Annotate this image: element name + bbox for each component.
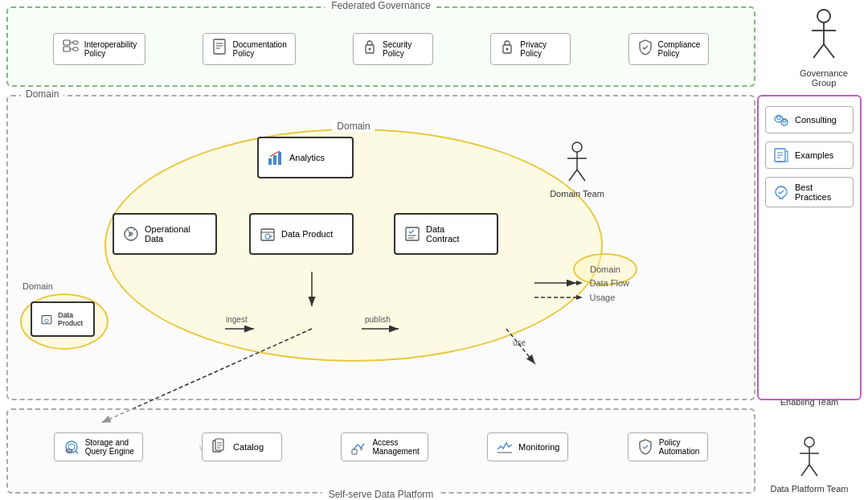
svg-marker-49 — [576, 281, 583, 285]
left-domain-label: Domain — [23, 281, 53, 291]
ellipse-domain-label: Domain — [332, 121, 375, 132]
usage-legend: Usage — [534, 293, 629, 302]
data-product-center-label: Data Product — [281, 229, 333, 239]
platform-title: Self-serve Data Platform — [322, 489, 440, 500]
svg-line-80 — [801, 465, 809, 476]
left-data-product-label: Data Product — [58, 311, 83, 327]
analytics-box: Analytics — [257, 137, 354, 178]
catalog-box: Catalog — [202, 432, 282, 461]
analytics-label: Analytics — [289, 153, 325, 162]
policy-items: Interoperability Policy Documentation Po… — [8, 8, 754, 85]
governance-title: Federated Governance — [325, 0, 436, 11]
data-contract-label: Data Contract — [426, 224, 460, 244]
best-practices-label: Best Practices — [795, 182, 831, 202]
svg-line-17 — [813, 44, 824, 58]
svg-rect-6 — [214, 39, 225, 54]
svg-text:use: use — [513, 338, 526, 347]
documentation-policy-box: Documentation Policy — [203, 33, 295, 65]
access-management-box: Access Management — [341, 432, 428, 461]
domain-section-title: Domain — [21, 88, 63, 100]
right-panel: Consulting Examples Best Practices — [757, 95, 862, 400]
privacy-policy-box: Privacy Policy — [490, 33, 571, 65]
policy-automation-box: Policy Automation — [628, 432, 709, 461]
svg-rect-21 — [278, 152, 281, 165]
policy-automation-label: Policy Automation — [659, 438, 700, 456]
platform-section: Self-serve Data Platform Storage and Que… — [6, 408, 755, 494]
svg-point-14 — [817, 10, 830, 23]
data-platform-team-label: Data Platform Team — [757, 484, 862, 494]
privacy-label: Privacy Policy — [520, 40, 547, 58]
security-policy-box: Security Policy — [353, 33, 433, 65]
svg-line-35 — [569, 170, 577, 181]
svg-rect-0 — [63, 40, 70, 45]
consulting-label: Consulting — [795, 115, 837, 125]
documentation-label: Documentation Policy — [232, 40, 286, 58]
best-practices-item: Best Practices — [765, 177, 854, 207]
svg-marker-51 — [576, 295, 583, 300]
data-platform-team: Data Platform Team — [757, 436, 862, 494]
governance-group: Governance Group — [792, 8, 856, 88]
svg-rect-27 — [406, 227, 419, 240]
access-management-label: Access Management — [372, 438, 419, 456]
security-icon — [362, 39, 378, 59]
governance-section: Federated Governance Interoperability Po… — [6, 6, 755, 87]
svg-point-13 — [506, 48, 509, 51]
monitoring-box: Monitoring — [487, 432, 568, 461]
svg-rect-5 — [73, 47, 78, 51]
svg-rect-4 — [73, 41, 78, 44]
compliance-policy-box: Compliance Policy — [628, 33, 710, 65]
data-flow-label: Data Flow — [589, 278, 629, 288]
operational-data-box: Operational Data — [113, 213, 217, 255]
governance-group-label: Governance Group — [792, 68, 856, 88]
svg-line-36 — [577, 170, 585, 181]
svg-rect-19 — [268, 158, 272, 165]
svg-rect-75 — [352, 449, 357, 454]
svg-rect-20 — [273, 155, 276, 165]
consulting-item: Consulting — [765, 106, 854, 133]
examples-item: Examples — [765, 141, 854, 169]
domain-team-label: Domain Team — [549, 189, 605, 199]
svg-line-81 — [809, 465, 817, 476]
svg-rect-1 — [63, 47, 70, 51]
legend: Data Flow Usage — [534, 278, 629, 302]
svg-point-31 — [45, 319, 48, 322]
monitoring-label: Monitoring — [518, 442, 559, 452]
interoperability-icon — [62, 39, 80, 59]
interoperability-label: Interoperability Policy — [84, 40, 137, 58]
platform-items: Storage and Query Engine Catalog — [8, 410, 754, 492]
svg-point-77 — [805, 437, 814, 447]
main-container: Federated Governance Interoperability Po… — [0, 0, 868, 500]
svg-line-18 — [824, 44, 834, 58]
storage-box: Storage and Query Engine — [54, 432, 143, 461]
interoperability-policy-box: Interoperability Policy — [53, 33, 146, 65]
right-domain-label: Domain — [590, 264, 620, 274]
usage-label: Usage — [589, 293, 615, 302]
documentation-icon — [211, 39, 227, 59]
security-label: Security Policy — [383, 40, 411, 58]
domain-section: Domain Domain Analytics Operational Dat — [6, 95, 755, 400]
svg-line-67 — [75, 451, 78, 454]
compliance-icon — [637, 39, 653, 59]
data-product-center-box: Data Product — [249, 213, 354, 255]
svg-rect-71 — [215, 439, 223, 450]
catalog-label: Catalog — [233, 442, 264, 452]
domain-team: Domain Team — [549, 141, 605, 199]
examples-label: Examples — [795, 150, 833, 160]
svg-point-32 — [572, 142, 582, 152]
operational-data-label: Operational Data — [145, 224, 190, 244]
svg-point-25 — [265, 234, 270, 239]
left-data-product-box: Data Product — [31, 301, 95, 337]
svg-point-11 — [369, 48, 371, 51]
storage-label: Storage and Query Engine — [85, 438, 134, 456]
compliance-label: Compliance Policy — [658, 40, 701, 58]
data-flow-legend: Data Flow — [534, 278, 629, 288]
data-contract-box: Data Contract — [394, 213, 498, 255]
privacy-icon — [499, 39, 515, 59]
